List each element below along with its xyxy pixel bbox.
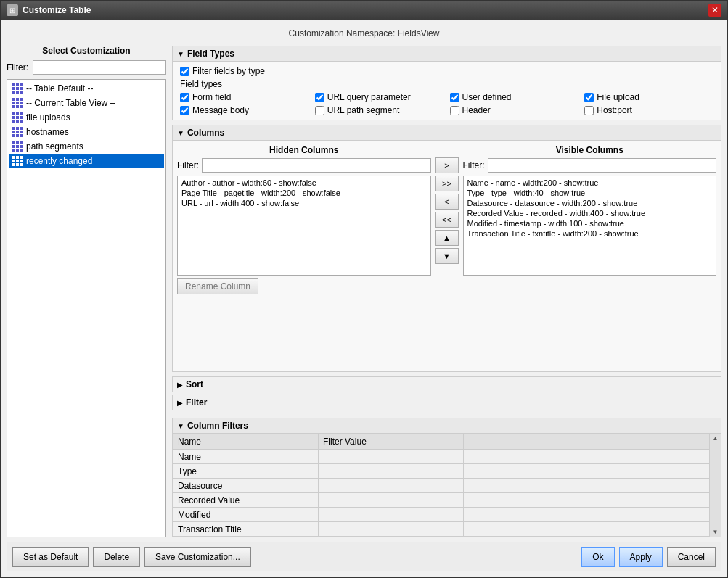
move-left-button[interactable]: <: [435, 194, 459, 210]
rename-column-button[interactable]: Rename Column: [177, 278, 258, 294]
columns-arrow: ▼: [177, 129, 184, 137]
columns-title: Columns: [187, 128, 224, 138]
save-customization-button[interactable]: Save Customization...: [144, 547, 251, 567]
field-type-checkbox[interactable]: [180, 93, 189, 102]
set-default-button[interactable]: Set as Default: [12, 547, 89, 567]
cf-filter-cell: [319, 522, 464, 537]
cf-extra-cell: [464, 493, 721, 508]
tree-item[interactable]: hostnames: [9, 125, 164, 139]
filter-by-type-label: Filter fields by type: [192, 66, 265, 76]
columns-section: ▼ Columns Hidden Columns Filter:: [172, 125, 721, 372]
field-types-arrow: ▼: [177, 50, 184, 58]
field-type-label: File upload: [597, 92, 639, 102]
cf-filter-cell: [319, 493, 464, 508]
column-filters-body: Name Filter Value NameTypeDatasourceReco…: [173, 434, 721, 537]
hidden-columns-panel: Hidden Columns Filter: Author - author -…: [177, 145, 431, 276]
right-panel: ▼ Field Types Filter fields by type Fiel…: [172, 46, 721, 537]
hidden-filter-input[interactable]: [202, 158, 431, 173]
move-right-button[interactable]: >: [435, 157, 459, 173]
visible-filter-input[interactable]: [488, 158, 717, 173]
hidden-column-item[interactable]: Page Title - pagetitle - width:200 - sho…: [179, 188, 429, 198]
scrollbar-up[interactable]: ▲: [713, 435, 719, 442]
filter-arrow: ▶: [177, 399, 183, 407]
visible-column-item[interactable]: Datasource - datasource - width:200 - sh…: [465, 198, 715, 208]
columns-body: Hidden Columns Filter: Author - author -…: [173, 141, 721, 299]
filter-by-type-checkbox[interactable]: [180, 67, 189, 76]
visible-column-item[interactable]: Recorded Value - recorded - width:400 - …: [465, 208, 715, 218]
column-filters-header[interactable]: ▼ Column Filters: [173, 418, 721, 434]
move-down-button[interactable]: ▼: [435, 248, 459, 264]
visible-column-item[interactable]: Modified - timestamp - width:100 - show:…: [465, 218, 715, 228]
hidden-column-item[interactable]: Author - author - width:60 - show:false: [179, 178, 429, 188]
left-filter-input[interactable]: [33, 60, 166, 75]
field-type-checkbox[interactable]: [450, 93, 459, 102]
move-all-left-button[interactable]: <<: [435, 212, 459, 228]
tree-item-icon: [12, 141, 23, 152]
sort-title: Sort: [186, 379, 203, 389]
field-types-label: Field types: [180, 79, 713, 89]
field-types-section: ▼ Field Types Filter fields by type Fiel…: [172, 46, 721, 120]
tree-item-label: recently changed: [26, 156, 92, 166]
field-type-checkbox[interactable]: [450, 106, 459, 115]
move-up-button[interactable]: ▲: [435, 230, 459, 246]
cf-filter-cell: [319, 450, 464, 464]
field-types-header[interactable]: ▼ Field Types: [173, 46, 721, 62]
apply-button[interactable]: Apply: [619, 547, 663, 567]
visible-column-item[interactable]: Transaction Title - txntitle - width:200…: [465, 228, 715, 239]
tree-item-icon: [12, 126, 23, 138]
field-types-grid: Form fieldURL query parameterUser define…: [180, 92, 713, 115]
column-filters-arrow: ▼: [177, 422, 184, 430]
bottom-right-buttons: Ok Apply Cancel: [581, 547, 716, 567]
field-type-label: Host:port: [597, 105, 632, 115]
tree-item[interactable]: file uploads: [9, 110, 164, 125]
tree-item-icon: [12, 112, 23, 123]
field-type-label: Message body: [192, 105, 249, 115]
bottom-left-buttons: Set as Default Delete Save Customization…: [12, 547, 251, 567]
visible-columns-panel: Visible Columns Filter: Name - name - wi…: [463, 145, 717, 276]
table-row: Datasource: [173, 479, 721, 493]
columns-header[interactable]: ▼ Columns: [173, 125, 721, 141]
tree-item-icon: [12, 155, 23, 167]
tree-item[interactable]: -- Current Table View --: [9, 96, 164, 110]
close-button[interactable]: ✕: [708, 4, 721, 17]
ok-button[interactable]: Ok: [581, 547, 614, 567]
hidden-columns-title: Hidden Columns: [177, 145, 431, 155]
table-row: Name: [173, 450, 721, 464]
tree-item[interactable]: -- Table Default --: [9, 81, 164, 96]
table-row: Recorded Value: [173, 493, 721, 508]
hidden-filter-label: Filter:: [177, 160, 199, 170]
cf-name-cell: Type: [173, 464, 319, 479]
field-type-checkbox[interactable]: [584, 106, 594, 115]
field-type-label: URL query parameter: [327, 92, 411, 102]
scrollbar[interactable]: ▲ ▼: [709, 434, 721, 537]
field-type-checkbox[interactable]: [584, 93, 594, 102]
tree-item-label: file uploads: [26, 112, 70, 123]
tree-item[interactable]: recently changed: [9, 154, 164, 168]
field-types-body: Filter fields by type Field types Form f…: [173, 62, 721, 120]
field-type-checkbox[interactable]: [315, 93, 324, 102]
cf-filter-cell: [319, 464, 464, 479]
delete-button[interactable]: Delete: [93, 547, 140, 567]
main-window: ⊞ Customize Table ✕ Customization Namesp…: [0, 0, 728, 578]
table-row: Type: [173, 464, 721, 479]
column-filters-scroll[interactable]: Name Filter Value NameTypeDatasourceReco…: [173, 434, 721, 537]
field-type-item: URL path segment: [315, 105, 444, 115]
table-row: Modified: [173, 508, 721, 522]
move-all-right-button[interactable]: >>: [435, 176, 459, 191]
cf-name-cell: Name: [173, 450, 319, 464]
tree-item[interactable]: path segments: [9, 139, 164, 154]
cf-name-cell: Recorded Value: [173, 493, 319, 508]
main-area: Select Customization Filter: -- Table De…: [7, 46, 721, 537]
cancel-button[interactable]: Cancel: [667, 547, 716, 567]
window-body: Customization Namespace: FieldsView Sele…: [1, 20, 727, 577]
hidden-column-item[interactable]: URL - url - width:400 - show:false: [179, 198, 429, 208]
table-row: Transaction Title: [173, 522, 721, 537]
visible-column-item[interactable]: Type - type - width:40 - show:true: [465, 188, 715, 198]
filter-header[interactable]: ▶ Filter: [173, 395, 721, 410]
visible-column-item[interactable]: Name - name - width:200 - show:true: [465, 178, 715, 188]
field-type-checkbox[interactable]: [180, 106, 189, 115]
scrollbar-down[interactable]: ▼: [713, 529, 719, 535]
title-bar-left: ⊞ Customize Table: [7, 4, 91, 16]
field-type-checkbox[interactable]: [315, 106, 324, 115]
sort-header[interactable]: ▶ Sort: [173, 377, 721, 392]
